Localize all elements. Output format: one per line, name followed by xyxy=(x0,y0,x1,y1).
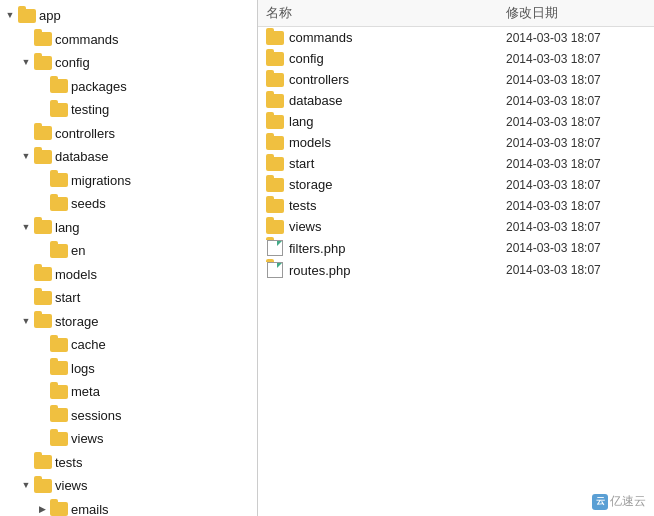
right-item-date-6: 2014-03-03 18:07 xyxy=(506,157,646,171)
tree-item-seeds[interactable]: seeds xyxy=(0,192,257,216)
tree-label-start: start xyxy=(55,288,80,308)
folder-icon-testing xyxy=(50,103,68,117)
tree-item-storage[interactable]: ▼storage xyxy=(0,310,257,334)
folder-icon-start xyxy=(34,291,52,305)
folder-icon-seeds xyxy=(50,197,68,211)
folder-icon xyxy=(266,31,284,45)
tree-item-emails[interactable]: ▶emails xyxy=(0,498,257,517)
right-item-name-10: filters.php xyxy=(289,241,506,256)
right-item-name-9: views xyxy=(289,219,506,234)
tree-item-meta[interactable]: meta xyxy=(0,380,257,404)
watermark: 云 亿速云 xyxy=(592,493,646,510)
tree-label-controllers: controllers xyxy=(55,124,115,144)
tree-item-tests[interactable]: tests xyxy=(0,451,257,475)
folder-icon-logs xyxy=(50,361,68,375)
right-item-name-1: config xyxy=(289,51,506,66)
tree-item-controllers[interactable]: controllers xyxy=(0,122,257,146)
right-item-6[interactable]: start2014-03-03 18:07 xyxy=(258,153,654,174)
right-item-7[interactable]: storage2014-03-03 18:07 xyxy=(258,174,654,195)
right-item-3[interactable]: database2014-03-03 18:07 xyxy=(258,90,654,111)
folder-icon-meta xyxy=(50,385,68,399)
php-icon-inner xyxy=(267,240,283,256)
right-item-date-1: 2014-03-03 18:07 xyxy=(506,52,646,66)
folder-icon-app xyxy=(18,9,36,23)
tree-item-commands[interactable]: commands xyxy=(0,28,257,52)
folder-icon-commands xyxy=(34,32,52,46)
tree-item-packages[interactable]: packages xyxy=(0,75,257,99)
tree-label-testing: testing xyxy=(71,100,109,120)
right-item-date-5: 2014-03-03 18:07 xyxy=(506,136,646,150)
toggle-app[interactable]: ▼ xyxy=(4,9,16,23)
tree-label-logs: logs xyxy=(71,359,95,379)
toggle-database[interactable]: ▼ xyxy=(20,150,32,164)
right-file-list: commands2014-03-03 18:07config2014-03-03… xyxy=(258,27,654,516)
tree-label-views_storage: views xyxy=(71,429,104,449)
folder-icon-controllers xyxy=(34,126,52,140)
folder-icon xyxy=(266,220,284,234)
folder-icon-database xyxy=(34,150,52,164)
right-header: 名称 修改日期 xyxy=(258,0,654,27)
right-item-1[interactable]: config2014-03-03 18:07 xyxy=(258,48,654,69)
right-item-name-4: lang xyxy=(289,114,506,129)
tree-label-config: config xyxy=(55,53,90,73)
right-item-name-0: commands xyxy=(289,30,506,45)
tree-label-lang: lang xyxy=(55,218,80,238)
toggle-lang[interactable]: ▼ xyxy=(20,221,32,235)
folder-icon xyxy=(266,136,284,150)
tree-item-en[interactable]: en xyxy=(0,239,257,263)
tree-item-logs[interactable]: logs xyxy=(0,357,257,381)
tree-label-cache: cache xyxy=(71,335,106,355)
toggle-emails[interactable]: ▶ xyxy=(36,503,48,517)
toggle-config[interactable]: ▼ xyxy=(20,56,32,70)
folder-icon-views xyxy=(34,479,52,493)
tree-label-seeds: seeds xyxy=(71,194,106,214)
left-tree-panel[interactable]: ▼appcommands▼configpackagestestingcontro… xyxy=(0,0,258,516)
toggle-views[interactable]: ▼ xyxy=(20,479,32,493)
folder-icon-config xyxy=(34,56,52,70)
right-item-date-3: 2014-03-03 18:07 xyxy=(506,94,646,108)
folder-icon-tests xyxy=(34,455,52,469)
right-item-name-5: models xyxy=(289,135,506,150)
right-item-5[interactable]: models2014-03-03 18:07 xyxy=(258,132,654,153)
folder-icon xyxy=(266,178,284,192)
folder-icon-models xyxy=(34,267,52,281)
tree-item-models[interactable]: models xyxy=(0,263,257,287)
tree-item-start[interactable]: start xyxy=(0,286,257,310)
right-item-10[interactable]: filters.php2014-03-03 18:07 xyxy=(258,237,654,259)
right-item-2[interactable]: controllers2014-03-03 18:07 xyxy=(258,69,654,90)
tree-item-lang[interactable]: ▼lang xyxy=(0,216,257,240)
right-item-name-6: start xyxy=(289,156,506,171)
tree-item-views_storage[interactable]: views xyxy=(0,427,257,451)
folder-icon-migrations xyxy=(50,173,68,187)
folder-icon-views_storage xyxy=(50,432,68,446)
tree-item-cache[interactable]: cache xyxy=(0,333,257,357)
tree-item-testing[interactable]: testing xyxy=(0,98,257,122)
folder-icon xyxy=(266,157,284,171)
tree-item-config[interactable]: ▼config xyxy=(0,51,257,75)
right-item-name-3: database xyxy=(289,93,506,108)
right-item-name-2: controllers xyxy=(289,72,506,87)
right-item-name-8: tests xyxy=(289,198,506,213)
right-item-8[interactable]: tests2014-03-03 18:07 xyxy=(258,195,654,216)
right-item-0[interactable]: commands2014-03-03 18:07 xyxy=(258,27,654,48)
folder-icon-storage xyxy=(34,314,52,328)
toggle-storage[interactable]: ▼ xyxy=(20,315,32,329)
right-item-4[interactable]: lang2014-03-03 18:07 xyxy=(258,111,654,132)
tree-item-database[interactable]: ▼database xyxy=(0,145,257,169)
right-item-9[interactable]: views2014-03-03 18:07 xyxy=(258,216,654,237)
tree-label-commands: commands xyxy=(55,30,119,50)
right-item-date-2: 2014-03-03 18:07 xyxy=(506,73,646,87)
col-name-header: 名称 xyxy=(266,4,506,22)
folder-icon xyxy=(266,115,284,129)
tree-item-views[interactable]: ▼views xyxy=(0,474,257,498)
tree-label-en: en xyxy=(71,241,85,261)
right-item-date-8: 2014-03-03 18:07 xyxy=(506,199,646,213)
right-item-date-7: 2014-03-03 18:07 xyxy=(506,178,646,192)
col-date-header: 修改日期 xyxy=(506,4,646,22)
tree-label-app: app xyxy=(39,6,61,26)
tree-item-migrations[interactable]: migrations xyxy=(0,169,257,193)
tree-label-migrations: migrations xyxy=(71,171,131,191)
right-item-11[interactable]: routes.php2014-03-03 18:07 xyxy=(258,259,654,281)
tree-item-sessions[interactable]: sessions xyxy=(0,404,257,428)
tree-item-app[interactable]: ▼app xyxy=(0,4,257,28)
